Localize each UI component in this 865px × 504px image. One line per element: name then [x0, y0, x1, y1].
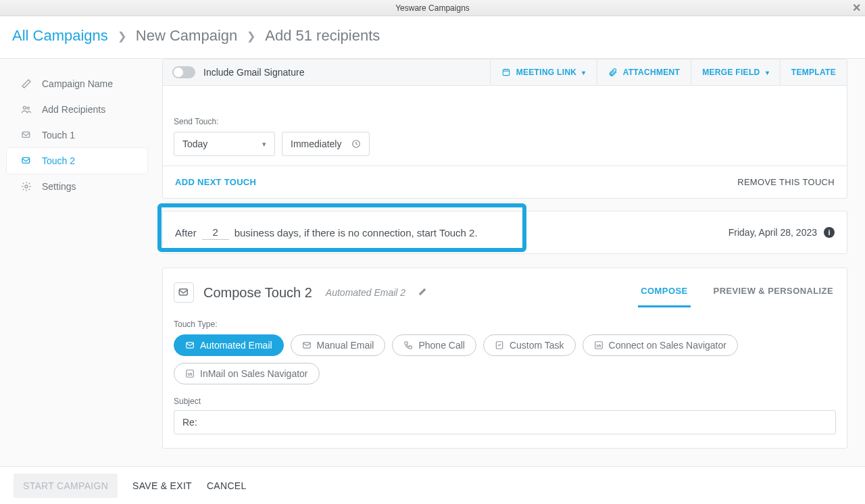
content: Include Gmail Signature MEETING LINK ▾ A… [154, 59, 865, 467]
close-icon[interactable]: ✕ [852, 1, 861, 14]
mail-send-icon [174, 282, 194, 303]
save-exit-button[interactable]: SAVE & EXIT [132, 480, 192, 491]
phone-icon [403, 341, 413, 350]
pill-label: Manual Email [317, 340, 374, 351]
pill-custom-task[interactable]: Custom Task [483, 334, 576, 356]
breadcrumb-step1[interactable]: New Campaign [136, 27, 237, 45]
chevron-down-icon: ▾ [582, 69, 585, 76]
send-time-select[interactable]: Immediately [282, 132, 370, 156]
signature-toggle-area: Include Gmail Signature [163, 59, 490, 85]
gear-icon [20, 181, 32, 192]
sidebar-item-touch-1[interactable]: Touch 1 [7, 122, 147, 148]
mail-send-icon [20, 155, 32, 166]
pill-manual-email[interactable]: Manual Email [291, 334, 386, 356]
users-icon [20, 104, 32, 115]
svg-point-1 [27, 107, 29, 109]
caret-down-icon: ▾ [262, 140, 266, 149]
pill-label: Automated Email [200, 340, 272, 351]
edit-name-icon[interactable] [418, 287, 427, 299]
signature-label: Include Gmail Signature [203, 67, 304, 78]
sidebar-item-touch-2[interactable]: Touch 2 [7, 148, 147, 174]
delay-days-input[interactable] [202, 225, 229, 240]
breadcrumb-step2[interactable]: Add 51 recipients [265, 27, 380, 45]
svg-rect-3 [22, 157, 30, 163]
send-time-value: Immediately [291, 138, 341, 149]
attachment-label: ATTACHMENT [623, 68, 681, 77]
pill-label: Phone Call [418, 340, 465, 351]
breadcrumb-root[interactable]: All Campaigns [12, 27, 108, 45]
pill-phone-call[interactable]: Phone Call [392, 334, 476, 356]
sidebar-item-campaign-name[interactable]: Campaign Name [7, 71, 147, 97]
remove-this-touch-button[interactable]: REMOVE THIS TOUCH [737, 177, 835, 187]
pill-label: InMail on Sales Navigator [200, 368, 308, 379]
pill-automated-email[interactable]: Automated Email [174, 334, 284, 356]
pill-label: Connect on Sales Navigator [609, 340, 726, 351]
chevron-right-icon: ❯ [247, 30, 255, 43]
gmail-signature-toggle[interactable] [172, 66, 195, 78]
pill-inmail-sales-navigator[interactable]: InMail on Sales Navigator [174, 363, 320, 384]
svg-rect-2 [22, 132, 30, 137]
subject-label: Subject [174, 397, 836, 406]
sidebar-item-add-recipients[interactable]: Add Recipients [7, 97, 147, 122]
start-campaign-button[interactable]: START CAMPAIGN [14, 474, 118, 498]
delay-suffix: business days, if there is no connection… [234, 227, 478, 238]
compose-subtitle: Automated Email 2 [326, 287, 405, 298]
send-touch-section: Send Touch: Today ▾ Immediately [163, 86, 847, 166]
delay-prefix: After [175, 227, 197, 238]
chevron-down-icon: ▾ [766, 69, 769, 76]
mail-send-icon [20, 130, 32, 141]
meeting-link-button[interactable]: MEETING LINK ▾ [490, 59, 597, 85]
mail-icon [185, 341, 195, 350]
attachment-button[interactable]: ATTACHMENT [597, 59, 691, 85]
add-next-touch-button[interactable]: ADD NEXT TOUCH [175, 177, 256, 187]
pill-connect-sales-navigator[interactable]: Connect on Sales Navigator [583, 334, 738, 356]
sidebar-item-label: Touch 2 [42, 155, 75, 166]
task-icon [495, 341, 504, 350]
svg-rect-5 [503, 70, 509, 76]
send-day-value: Today [182, 138, 207, 149]
tab-compose[interactable]: COMPOSE [638, 278, 690, 307]
merge-field-button[interactable]: MERGE FIELD ▾ [691, 59, 780, 85]
sidebar-item-label: Campaign Name [42, 78, 113, 89]
info-icon[interactable]: i [824, 227, 835, 238]
send-day-select[interactable]: Today ▾ [174, 132, 275, 156]
sidebar: Campaign Name Add Recipients Touch 1 Tou… [0, 59, 154, 467]
subject-input[interactable] [174, 410, 836, 434]
linkedin-icon [185, 369, 195, 378]
pill-label: Custom Task [510, 340, 564, 351]
window-title: Yesware Campaigns [395, 3, 470, 13]
breadcrumb: All Campaigns ❯ New Campaign ❯ Add 51 re… [0, 16, 865, 59]
pencil-icon [20, 78, 32, 89]
tab-preview[interactable]: PREVIEW & PERSONALIZE [711, 278, 836, 307]
svg-rect-7 [179, 289, 187, 295]
send-touch-label: Send Touch: [174, 117, 836, 126]
touch-1-card: Include Gmail Signature MEETING LINK ▾ A… [162, 59, 847, 199]
editor-toolbar: Include Gmail Signature MEETING LINK ▾ A… [163, 59, 847, 86]
mail-icon [302, 341, 312, 350]
clock-icon [351, 139, 361, 149]
chevron-right-icon: ❯ [118, 30, 126, 43]
paperclip-icon [608, 68, 618, 77]
sidebar-item-settings[interactable]: Settings [7, 174, 147, 199]
title-bar: Yesware Campaigns ✕ [0, 0, 865, 16]
cancel-button[interactable]: CANCEL [207, 480, 247, 491]
compose-title: Compose Touch 2 [203, 285, 312, 301]
meeting-link-label: MEETING LINK [516, 68, 577, 77]
calendar-icon [501, 68, 511, 77]
delay-bar: After business days, if there is no conn… [162, 211, 847, 254]
merge-field-label: MERGE FIELD [702, 68, 760, 77]
delay-date: Friday, April 28, 2023 [728, 227, 817, 238]
template-button[interactable]: TEMPLATE [780, 59, 847, 85]
linkedin-icon [594, 341, 603, 350]
template-label: TEMPLATE [791, 68, 836, 77]
compose-touch-2-card: Compose Touch 2 Automated Email 2 COMPOS… [162, 268, 847, 449]
svg-point-4 [25, 185, 28, 188]
sidebar-item-label: Touch 1 [42, 130, 75, 141]
sidebar-item-label: Settings [42, 181, 76, 192]
footer-bar: START CAMPAIGN SAVE & EXIT CANCEL [0, 466, 865, 504]
sidebar-item-label: Add Recipients [42, 104, 105, 115]
svg-point-0 [23, 106, 26, 109]
touch-type-label: Touch Type: [174, 320, 836, 329]
